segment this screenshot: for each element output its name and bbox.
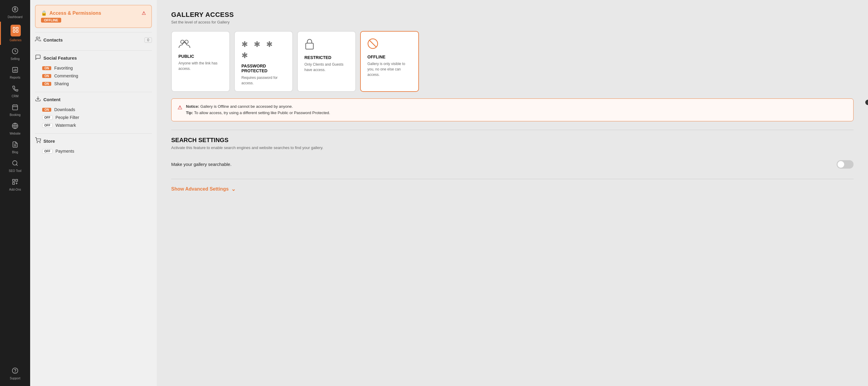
svg-rect-5 [13,30,15,32]
searchable-toggle[interactable] [837,160,854,169]
sidebar-item-crm[interactable]: CRM [0,82,30,101]
sidebar-item-reports[interactable]: Reports [0,64,30,82]
show-advanced-label: Show Advanced Settings [171,186,229,192]
store-title: Store [43,139,55,144]
people-filter-label: People Filter [56,115,79,120]
offline-card-icon [367,38,412,51]
svg-line-35 [369,40,376,47]
chevron-down-icon: ⌄ [231,186,236,192]
sidebar-label-website: Website [10,132,21,135]
sidebar-item-dashboard[interactable]: Dashboard [0,3,30,22]
show-advanced-settings[interactable]: Show Advanced Settings ⌄ [171,186,854,192]
warning-icon: ⚠ [142,10,146,16]
crm-icon [12,85,19,93]
gallery-access-subtext: Set the level of access for Gallery [171,20,854,24]
watermark-label: Watermark [56,123,76,128]
sidebar-label-blog: Blog [12,150,18,154]
content-icon [35,96,41,103]
galleries-icon [10,25,21,36]
downloads-toggle[interactable]: ON [42,108,51,112]
notice-box: ⚠ Notice: Gallery is Offline and cannot … [171,99,854,121]
public-icon [179,38,223,51]
sharing-row: ON Sharing [35,80,152,87]
sidebar-label-booking: Booking [10,113,21,116]
password-card-name: PASSWORD PROTECTED [241,64,286,73]
lock-icon: 🔒 [41,10,47,16]
access-card-restricted[interactable]: RESTRICTED Only Clients and Guests have … [297,31,356,92]
offline-card-name: OFFLINE [367,55,412,59]
gallery-access-heading: GALLERY ACCESS [171,11,854,19]
access-card-offline[interactable]: OFFLINE Gallery is only visible to you, … [360,31,419,92]
search-settings-heading: SEARCH SETTINGS [171,137,854,144]
sidebar-item-galleries[interactable]: Galleries [0,22,30,45]
notice-bold1: Notice: [186,104,199,109]
sidebar-item-addons[interactable]: Add-Ons [0,176,30,194]
access-card-password[interactable]: ✱ ✱ ✱ ✱ PASSWORD PROTECTED Requires pass… [234,31,293,92]
left-panel: 🔒 Access & Permissions ⚠ OFFLINE Contact… [30,0,157,386]
public-card-name: PUBLIC [179,54,223,59]
people-filter-row: OFF People Filter [35,113,152,121]
offline-card-desc: Gallery is only visible to you, no one e… [367,61,412,77]
content-section: Content ON Downloads OFF People Filter O… [35,92,152,129]
sidebar-item-selling[interactable]: Selling [0,45,30,64]
sidebar-item-booking[interactable]: Booking [0,101,30,119]
svg-rect-3 [13,27,15,29]
addons-icon [12,179,19,187]
payments-row: OFF Payments [35,147,152,155]
svg-point-27 [36,37,38,39]
svg-rect-33 [306,43,313,49]
access-permissions-title: Access & Permissions [50,10,101,16]
sidebar-label-reports: Reports [10,76,20,79]
seo-icon [12,160,19,168]
sidebar-item-blog[interactable]: Blog [0,138,30,157]
sidebar-label-support: Support [10,377,20,380]
people-filter-toggle[interactable]: OFF [42,115,53,120]
sidebar-item-support[interactable]: Support [0,364,30,383]
notice-warning-icon: ⚠ [178,104,182,111]
search-settings-subtext: Activate this feature to enable search e… [171,145,854,150]
notice-text1: Gallery is Offline and cannot be accesse… [199,104,293,109]
dashboard-icon [12,6,19,14]
sidebar: Dashboard Galleries Selling Reports CRM … [0,0,30,386]
restricted-card-name: RESTRICTED [304,55,349,60]
sharing-toggle[interactable]: ON [42,82,51,86]
access-permissions-card[interactable]: 🔒 Access & Permissions ⚠ OFFLINE [35,5,152,28]
sidebar-item-website[interactable]: Website [0,119,30,138]
booking-icon [12,104,19,112]
watermark-toggle[interactable]: OFF [42,123,53,128]
social-icon [35,54,41,62]
searchable-row: Make your gallery searchable. [171,156,854,172]
section-divider [171,130,854,130]
restricted-card-desc: Only Clients and Guests have access. [304,62,349,73]
svg-rect-12 [13,105,18,110]
svg-rect-4 [16,27,18,29]
section-divider-2 [171,179,854,179]
access-card-public[interactable]: PUBLIC Anyone with the link has access. [171,31,230,92]
sidebar-label-seo: SEO Tool [9,169,22,173]
sidebar-label-crm: CRM [12,95,19,98]
svg-point-20 [13,161,17,165]
content-title: Content [43,97,61,102]
notice-text: Notice: Gallery is Offline and cannot be… [186,104,330,116]
sidebar-label-galleries: Galleries [10,39,22,42]
social-features-title: Social Features [43,56,77,61]
payments-toggle[interactable]: OFF [42,149,53,153]
commenting-toggle[interactable]: ON [42,74,51,78]
sharing-label: Sharing [54,81,69,86]
access-cards-row: PUBLIC Anyone with the link has access. … [171,31,854,92]
favoriting-label: Favoriting [54,66,73,70]
sidebar-item-seo[interactable]: SEO Tool [0,157,30,176]
svg-point-29 [37,142,38,143]
public-card-desc: Anyone with the link has access. [179,61,223,71]
contacts-icon [35,36,41,44]
watermark-row: OFF Watermark [35,121,152,129]
password-card-desc: Requires password for access. [241,75,286,86]
favoriting-toggle[interactable]: ON [42,66,51,70]
contacts-title: Contacts [43,37,63,42]
commenting-label: Commenting [54,73,78,78]
store-icon [35,137,41,145]
selling-icon [12,48,19,56]
store-section: Store OFF Payments [35,133,152,155]
blog-icon [12,141,19,149]
offline-badge: OFFLINE [41,18,61,23]
